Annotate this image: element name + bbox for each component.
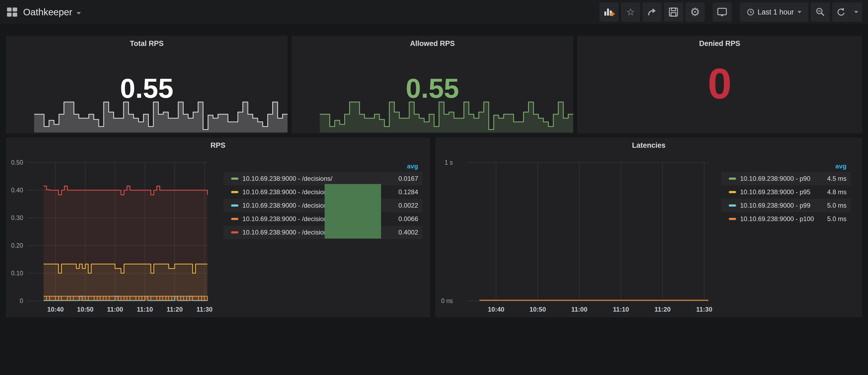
series-avg: 0.0022 <box>399 202 418 209</box>
star-icon: ☆ <box>626 7 635 17</box>
svg-text:0 ns: 0 ns <box>441 298 453 304</box>
svg-text:10:50: 10:50 <box>77 306 94 313</box>
legend-row[interactable]: 10.10.69.238:9000 - p100 5.0 ms <box>721 212 851 226</box>
refresh-split-button <box>832 2 862 22</box>
panel-title[interactable]: RPS <box>6 141 430 150</box>
series-avg: 0.0066 <box>399 215 418 223</box>
svg-text:0.10: 0.10 <box>11 270 23 277</box>
svg-text:0.50: 0.50 <box>11 159 23 166</box>
svg-text:10:50: 10:50 <box>529 306 546 313</box>
time-range-picker[interactable]: Last 1 hour <box>740 2 808 22</box>
dashboards-grid-icon <box>7 7 17 17</box>
series-color-swatch <box>231 191 238 193</box>
green-overlay-box <box>324 184 381 239</box>
legend-row[interactable]: 10.10.69.238:9000 - /decisions/ 0.4002 <box>224 226 423 239</box>
svg-text:11:10: 11:10 <box>613 306 629 313</box>
series-name: 10.10.69.238:9000 - p99 <box>740 202 810 209</box>
time-range-label: Last 1 hour <box>757 8 794 17</box>
series-color-swatch <box>729 178 736 180</box>
legend-avg-header: avg <box>224 161 423 172</box>
legend-avg-header: avg <box>721 161 851 172</box>
refresh-icon <box>836 7 846 17</box>
series-color-swatch <box>231 218 238 220</box>
series-name: 10.10.69.238:9000 - /decisions/ <box>242 228 333 236</box>
add-panel-button[interactable] <box>599 2 619 22</box>
series-avg: 0.0167 <box>399 175 418 182</box>
svg-text:0: 0 <box>20 298 23 304</box>
legend-row[interactable]: 10.10.69.238:9000 - p99 5.0 ms <box>721 199 851 212</box>
svg-text:11:00: 11:00 <box>107 306 123 313</box>
series-color-swatch <box>729 205 736 207</box>
series-color-swatch <box>231 231 238 233</box>
legend-row[interactable]: 10.10.69.238:9000 - /decisions/ 0.0066 <box>224 212 423 226</box>
svg-text:11:30: 11:30 <box>696 306 712 313</box>
panel-latencies-chart: Latencies 0 ns1 s10:4010:5011:0011:1011:… <box>435 137 862 317</box>
tv-icon <box>716 7 728 17</box>
panel-allowed-rps: Allowed RPS 0.55 <box>291 36 573 133</box>
share-icon <box>647 7 657 18</box>
dashboard-title[interactable]: Oathkeeper <box>23 7 72 18</box>
caret-down-icon <box>76 12 81 14</box>
rps-legend: avg 10.10.69.238:9000 - /decisions/ 0.01… <box>224 161 423 239</box>
series-avg: 0.1284 <box>399 188 418 196</box>
series-avg: 4.8 ms <box>827 188 846 196</box>
svg-text:10:40: 10:40 <box>47 306 64 313</box>
series-color-swatch <box>729 218 736 220</box>
star-button[interactable]: ☆ <box>621 2 640 22</box>
caret-down-icon <box>854 11 858 13</box>
svg-text:0.20: 0.20 <box>11 242 23 249</box>
stat-value: 0.55 <box>6 73 287 104</box>
share-button[interactable] <box>643 2 662 22</box>
series-name: 10.10.69.238:9000 - /decisions/ <box>242 188 333 196</box>
svg-text:11:00: 11:00 <box>571 306 587 313</box>
navbar: Oathkeeper ☆ <box>0 0 868 24</box>
panel-title[interactable]: Latencies <box>435 141 862 150</box>
svg-text:0.40: 0.40 <box>11 187 23 194</box>
caret-down-icon <box>798 11 801 13</box>
series-avg: 5.0 ms <box>827 202 846 209</box>
svg-text:11:20: 11:20 <box>655 306 671 313</box>
series-color-swatch <box>729 191 736 193</box>
stat-value: 0.55 <box>291 73 573 104</box>
panel-title[interactable]: Allowed RPS <box>291 39 573 48</box>
settings-button[interactable]: ⚙ <box>685 2 705 22</box>
legend-row[interactable]: 10.10.69.238:9000 - /decisions/ 0.1284 <box>224 185 423 199</box>
latencies-legend: avg 10.10.69.238:9000 - p90 4.5 ms 10.10… <box>721 161 851 226</box>
series-color-swatch <box>231 178 238 180</box>
svg-text:1 s: 1 s <box>444 159 453 166</box>
zoom-out-icon <box>815 7 826 17</box>
series-name: 10.10.69.238:9000 - /decisions/ <box>242 175 333 182</box>
series-color-swatch <box>231 205 238 207</box>
svg-text:11:10: 11:10 <box>137 306 153 313</box>
series-avg: 4.5 ms <box>827 175 846 182</box>
refresh-interval-dropdown[interactable] <box>850 2 862 22</box>
legend-row[interactable]: 10.10.69.238:9000 - /decisions/ 0.0022 <box>224 199 423 212</box>
panel-total-rps: Total RPS 0.55 <box>6 36 287 133</box>
zoom-out-button[interactable] <box>811 2 830 22</box>
navbar-toolbar: ☆ ⚙ <box>597 2 862 22</box>
cycle-view-button[interactable] <box>713 2 732 22</box>
series-avg: 5.0 ms <box>827 215 846 223</box>
clock-icon <box>747 8 754 16</box>
series-name: 10.10.69.238:9000 - p95 <box>740 188 810 196</box>
series-avg: 0.4002 <box>399 228 418 236</box>
svg-text:0.30: 0.30 <box>11 214 23 221</box>
panel-denied-rps: Denied RPS 0 <box>577 36 862 133</box>
legend-row[interactable]: 10.10.69.238:9000 - p90 4.5 ms <box>721 172 851 185</box>
grafana-dashboard: Oathkeeper ☆ <box>0 0 868 375</box>
series-name: 10.10.69.238:9000 - /decisions/ <box>242 202 333 209</box>
svg-text:11:30: 11:30 <box>196 306 213 313</box>
series-name: 10.10.69.238:9000 - p100 <box>740 215 814 223</box>
panel-title[interactable]: Denied RPS <box>577 39 862 48</box>
legend-row[interactable]: 10.10.69.238:9000 - /decisions/ 0.0167 <box>224 172 423 185</box>
add-panel-icon <box>603 7 615 18</box>
dashboard-switcher[interactable]: Oathkeeper <box>7 7 81 18</box>
stat-value: 0 <box>577 59 862 108</box>
save-button[interactable] <box>664 2 683 22</box>
series-name: 10.10.69.238:9000 - p90 <box>740 175 810 182</box>
refresh-button[interactable] <box>832 2 850 22</box>
svg-text:10:40: 10:40 <box>488 306 504 313</box>
series-name: 10.10.69.238:9000 - /decisions/ <box>242 215 333 223</box>
panel-title[interactable]: Total RPS <box>6 39 287 48</box>
legend-row[interactable]: 10.10.69.238:9000 - p95 4.8 ms <box>721 185 851 199</box>
